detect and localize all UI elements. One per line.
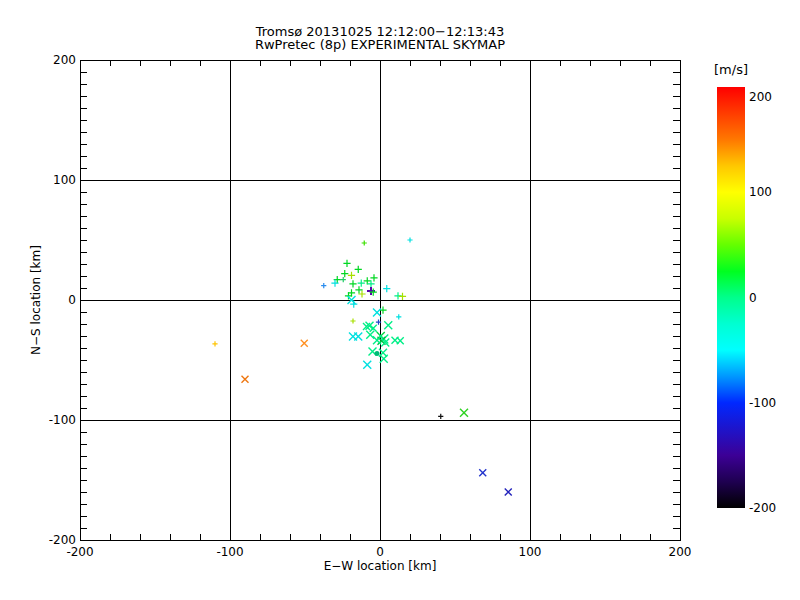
data-point (374, 309, 381, 316)
colorbar-tick-label: 200 (749, 90, 772, 104)
x-tick-label: 200 (669, 545, 692, 559)
plot-canvas: -200-1000100200-200-1000100200 (0, 0, 800, 600)
data-point (242, 376, 248, 382)
data-point (359, 291, 365, 297)
colorbar-gradient (717, 87, 745, 508)
data-point (505, 489, 511, 495)
colorbar-tick-label: 0 (749, 291, 757, 305)
data-point (480, 470, 486, 476)
data-point (400, 293, 406, 299)
data-point (344, 260, 350, 266)
y-tick-label: -200 (49, 533, 76, 547)
data-point (355, 266, 361, 272)
y-tick-label: 200 (53, 53, 76, 67)
y-axis-title: N−S location [km] (29, 245, 43, 355)
x-tick-label: 0 (376, 545, 384, 559)
colorbar-unit-label: [m/s] (714, 62, 748, 77)
y-tick-label: 100 (53, 173, 76, 187)
x-tick-label: -100 (216, 545, 243, 559)
data-point (355, 333, 362, 340)
data-point (439, 414, 443, 418)
x-tick-label: -200 (66, 545, 93, 559)
data-point (461, 409, 468, 416)
x-tick-label: 100 (519, 545, 542, 559)
y-tick-label: 0 (68, 293, 76, 307)
colorbar-tick-label: 100 (749, 185, 772, 199)
data-point (385, 322, 392, 329)
data-point (368, 281, 374, 287)
data-point (349, 272, 355, 278)
data-point (384, 286, 390, 292)
data-point (397, 338, 403, 344)
data-point (322, 284, 326, 288)
data-point (342, 271, 348, 277)
data-point (356, 287, 362, 293)
data-point (350, 281, 356, 287)
data-point (375, 351, 380, 356)
data-point (349, 290, 355, 296)
data-point (351, 319, 355, 323)
data-point (397, 315, 401, 319)
y-tick-label: -100 (49, 413, 76, 427)
data-point (374, 337, 381, 344)
data-point (377, 320, 381, 324)
data-point (371, 275, 377, 281)
data-point (362, 241, 366, 245)
colorbar-tick-label: -100 (749, 396, 776, 410)
data-point (408, 238, 412, 242)
data-point (367, 331, 374, 338)
data-point (301, 340, 307, 346)
colorbar-tick-label: -200 (749, 501, 776, 515)
x-axis-title: E−W location [km] (80, 559, 680, 573)
data-point (341, 278, 345, 282)
data-point (358, 280, 364, 286)
data-point (364, 278, 370, 284)
data-point (364, 361, 371, 368)
data-point (380, 355, 387, 362)
data-point (213, 342, 217, 346)
